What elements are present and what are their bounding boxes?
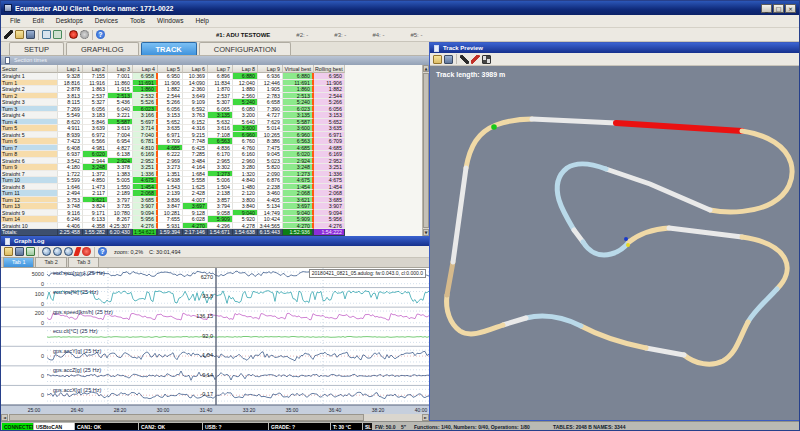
scroll-thumb[interactable] <box>9 414 364 421</box>
settings-gear-icon[interactable] <box>80 30 89 39</box>
status-bar: CONNECTEDUSBtoCANCAN1: OKCAN2: OKUSB: ?G… <box>1 421 799 431</box>
svg-text:100: 100 <box>35 291 44 297</box>
table-vertical-scrollbar[interactable]: ▲ ▼ <box>422 65 429 236</box>
svg-text:5000: 5000 <box>32 271 44 277</box>
device-slot-1[interactable]: #1: ADU TESTOWE <box>216 32 270 38</box>
column-header: Lap 6 <box>183 65 208 73</box>
graph-svg: ecu.rpm[rpm] (25 Hz)50000ecu.tps[%] (25 … <box>1 268 429 405</box>
track-length-label: Track length: 3989 m <box>436 71 505 78</box>
status-segment-11: TABLES: 2048 B NAMES: 3344 <box>551 423 641 431</box>
menu-file[interactable]: File <box>4 15 26 27</box>
svg-text:0: 0 <box>41 301 44 307</box>
svg-text:1,04: 1,04 <box>202 352 213 358</box>
device-slot-5[interactable]: #5: - <box>410 32 422 38</box>
zoom-out-icon[interactable] <box>53 247 62 256</box>
save-log-icon[interactable] <box>15 247 24 256</box>
section-times-header: Section times <box>1 56 429 65</box>
main-area: SETUPGRAPHLOGTRACKCONFIGURATION Section … <box>1 42 799 421</box>
menu-help[interactable]: Help <box>189 15 214 27</box>
time-tick: 36:40 <box>329 407 342 413</box>
track-segment-cream <box>629 228 669 242</box>
help-icon[interactable]: ? <box>96 30 105 39</box>
column-header: Lap 7 <box>208 65 233 73</box>
track-segment-blue <box>748 289 777 322</box>
tab-configuration[interactable]: CONFIGURATION <box>199 42 291 55</box>
scroll-right-icon[interactable]: ► <box>422 414 429 421</box>
device-slot-2[interactable]: #2: - <box>296 32 308 38</box>
graph-tabs: Tab 1Tab 2Tab 3 <box>1 258 429 268</box>
menu-windows[interactable]: Windows <box>151 15 189 27</box>
scroll-thumb[interactable] <box>423 73 429 228</box>
graph-area[interactable]: ecu.rpm[rpm] (25 Hz)50000ecu.tps[%] (25 … <box>1 268 429 405</box>
graph-tab-tab2[interactable]: Tab 2 <box>35 257 66 267</box>
svg-text:0: 0 <box>41 320 44 326</box>
column-header: Sector <box>1 65 58 73</box>
toolbar-separator <box>456 54 457 64</box>
scroll-up-icon[interactable]: ▲ <box>423 65 429 72</box>
close-button[interactable]: × <box>785 4 796 13</box>
status-segment-10: Functions: 1/40, Numbers: 0/40, Operatio… <box>412 423 550 431</box>
svg-text:0,14: 0,14 <box>202 372 213 378</box>
menu-desktops[interactable]: Desktops <box>50 15 89 27</box>
marker-dot-blue <box>624 237 628 241</box>
open-icon[interactable] <box>15 30 24 39</box>
track-segment-gray <box>503 318 526 325</box>
open-log-icon[interactable] <box>4 247 13 256</box>
menu-devices[interactable]: Devices <box>89 15 124 27</box>
svg-text:6270: 6270 <box>201 274 213 280</box>
tab-setup[interactable]: SETUP <box>9 42 64 55</box>
export-log-icon[interactable] <box>26 247 35 256</box>
column-header: Lap 1 <box>58 65 83 73</box>
track-segment-gray <box>646 348 684 355</box>
minimize-button[interactable]: _ <box>761 4 772 13</box>
graph-tab-tab3[interactable]: Tab 3 <box>68 257 99 267</box>
menu-tools[interactable]: Tools <box>124 15 151 27</box>
trigger-icon[interactable] <box>74 247 82 256</box>
stop-icon[interactable] <box>69 30 78 39</box>
tab-track[interactable]: TRACK <box>141 42 197 55</box>
track-tool-icon[interactable] <box>460 55 469 64</box>
menu-edit[interactable]: Edit <box>26 15 49 27</box>
scroll-left-icon[interactable]: ◄ <box>1 414 8 421</box>
track-segment-cream <box>581 326 646 348</box>
maximize-button[interactable]: □ <box>773 4 784 13</box>
lap-time-cell: 2:25:458 <box>58 229 83 236</box>
tab-bar: SETUPGRAPHLOGTRACKCONFIGURATION <box>1 42 429 56</box>
column-header: Virtual best <box>283 65 314 73</box>
svg-text:0: 0 <box>41 281 44 287</box>
scroll-down-icon[interactable]: ▼ <box>423 229 429 236</box>
time-tick: 35:00 <box>286 407 299 413</box>
column-header: Lap 4 <box>133 65 158 73</box>
record-icon[interactable] <box>82 247 91 256</box>
title-bar: Ecumaster ADU Client. Device name: 1771-… <box>1 1 799 15</box>
graph-tab-tab1[interactable]: Tab 1 <box>3 257 34 267</box>
save-icon[interactable] <box>26 30 35 39</box>
graph-horizontal-scrollbar[interactable]: ◄ ► <box>1 414 429 421</box>
device-slot-4[interactable]: #4: - <box>372 32 384 38</box>
section-times-table: SectorLap 1Lap 2Lap 3Lap 4Lap 5Lap 6Lap … <box>1 65 422 236</box>
track-segment-cream <box>710 131 792 212</box>
time-tick: 30:00 <box>157 407 170 413</box>
column-header: Lap 9 <box>258 65 283 73</box>
device-slot-3[interactable]: #3: - <box>334 32 346 38</box>
export-desktop-icon[interactable] <box>53 30 62 39</box>
lap-time-cell: 1:54:638 <box>233 229 258 236</box>
finish-flag-icon[interactable] <box>482 55 491 64</box>
edit-track-icon[interactable] <box>471 55 480 64</box>
zoom-in-icon[interactable] <box>42 247 51 256</box>
lap-time-cell: 1:59:394 <box>158 229 183 236</box>
tab-graphlog[interactable]: GRAPHLOG <box>66 42 139 55</box>
time-tick: 28:20 <box>114 407 127 413</box>
save-track-icon[interactable] <box>444 55 453 64</box>
zoom-fit-icon[interactable] <box>64 247 73 256</box>
track-segment-blue <box>557 164 606 230</box>
graph-help-icon[interactable]: ? <box>98 247 107 256</box>
open-track-icon[interactable] <box>433 55 442 64</box>
toolbar-separator <box>38 247 39 257</box>
track-canvas[interactable]: Track length: 3989 m <box>430 66 800 420</box>
track-segment-gray <box>669 228 742 237</box>
table-header-row: SectorLap 1Lap 2Lap 3Lap 4Lap 5Lap 6Lap … <box>1 65 422 73</box>
import-desktop-icon[interactable] <box>42 30 51 39</box>
graph-log-title: Graph Log <box>14 238 44 244</box>
pin-icon[interactable] <box>4 30 13 39</box>
